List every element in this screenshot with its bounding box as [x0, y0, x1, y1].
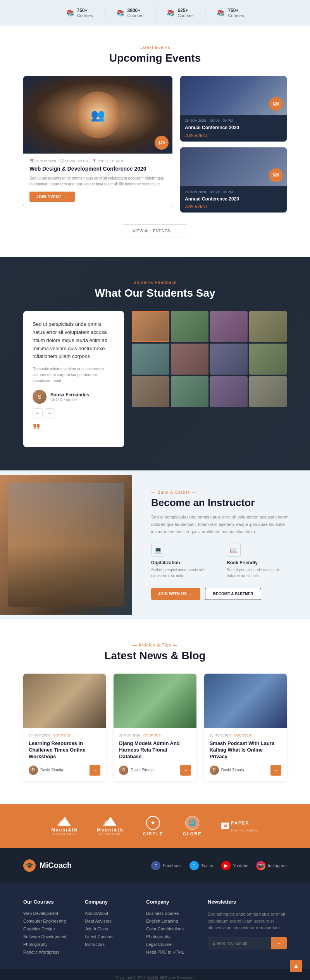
footer-business-link-5[interactable]: Legal Course: [146, 942, 192, 947]
quote-icon: ❞: [33, 422, 115, 438]
instructor-description: Sed ut perspiciatis unde omnis natus err…: [151, 513, 291, 535]
footer-course-link-3[interactable]: Graphics Design: [23, 926, 69, 931]
become-partner-button[interactable]: BECOME A PARTNER: [205, 588, 262, 600]
footer-business-link-2[interactable]: English Leraning: [146, 919, 192, 923]
footer-company-link-1[interactable]: About/About: [85, 911, 131, 916]
footer-social: f Facebook t Twitter ▶ Youtube 📷 Instagr…: [151, 861, 287, 870]
stat-num: 750+: [77, 8, 93, 13]
photo-cell-5: [132, 344, 169, 375]
view-all-events-button[interactable]: VIEW ALL EVENTS →: [123, 224, 187, 237]
footer-business-link-4[interactable]: Photography: [146, 934, 192, 939]
facebook-label: Facebook: [163, 863, 181, 868]
author-info: Sousa Fernandes CEO & Founder: [50, 392, 89, 402]
photo-cell-6: [171, 344, 208, 375]
testimonial-prev-button[interactable]: ←: [33, 408, 43, 418]
social-youtube[interactable]: ▶ Youtube: [221, 861, 248, 870]
footer-business-link-6[interactable]: Hotel PRO to HTML: [146, 950, 192, 954]
brand-mountain-2: MountAIN CLEAN ABLE: [97, 816, 124, 836]
blog-info-2: 25 NOV 2020 COURSES Djang Models Admin A…: [114, 728, 196, 781]
blog-arrow-2[interactable]: →: [180, 765, 191, 776]
newsletter-submit-button[interactable]: →: [271, 937, 287, 949]
blog-date-2: 25 NOV 2020: [119, 733, 140, 737]
side-event-info-1: 25 NOV 2020 08 AM - 09 PM Annual Confere…: [180, 115, 287, 142]
blog-category-3: COURSES: [234, 733, 251, 737]
stat-label-2: Courses: [127, 13, 143, 18]
stat-num-4: 750+: [228, 8, 244, 13]
footer-course-link-5[interactable]: Photography: [23, 942, 69, 947]
footer-course-link-1[interactable]: Web Development: [23, 911, 69, 916]
photo-cell-9: [132, 376, 169, 407]
side-event-title-2: Annual Conference 2020: [185, 196, 282, 202]
footer-courses-col: Our Courses Web Development Computer Eng…: [23, 899, 69, 958]
instructor-content: — Build A Career — Become an Instructor …: [132, 470, 310, 619]
social-instagram[interactable]: 📷 Instagram: [256, 861, 287, 870]
testimonials-inner: — Students Feedback — What Our Students …: [23, 280, 287, 447]
event-card-small-1: $20 25 NOV 2020 08 AM - 09 PM Annual Con…: [180, 76, 287, 142]
blog-author-avatar-1: D: [29, 766, 38, 775]
footer-course-link-4[interactable]: Software Development: [23, 934, 69, 939]
event-price-badge: $20: [155, 136, 169, 150]
feature-digitalization: 💻 Digitalization Sed ut perspici unde om…: [151, 543, 215, 579]
book-icon-3: 📚: [167, 9, 175, 17]
paper-brand-info: PAPER DIGITAL MEDIA: [231, 819, 259, 833]
brand-mountain-1: MountAIN CLEAN ABLE: [52, 816, 78, 836]
blog-card-1: 25 NOV 2020 COURSES Learning Resources I…: [23, 674, 106, 781]
book-icon-2: 📚: [117, 9, 124, 17]
events-section-label: — Latest Events —: [23, 45, 287, 50]
testimonials-label: — Students Feedback —: [23, 280, 287, 285]
blog-title-1: Learning Resources In Challenec Times On…: [29, 740, 100, 760]
event-meta: 📅 25 NOV 2020 🕗 08 AM - 09 PM 📍 PARIS, F…: [29, 159, 166, 163]
student-photo-grid: [132, 311, 287, 407]
footer-bottom: Copyright © 2024 教材网 All Rights Reserved…: [0, 969, 310, 980]
footer-course-link-2[interactable]: Computer Engineering: [23, 919, 69, 923]
footer-newsletter-col: Newsletters Sed adringidis unde omnis na…: [208, 899, 287, 958]
instructor-title: Become an Instructor: [151, 497, 291, 509]
blog-arrow-1[interactable]: →: [90, 765, 100, 776]
blog-footer-3: D David Simala →: [210, 765, 281, 776]
footer-business-link-3[interactable]: Color Combinations: [146, 926, 192, 931]
blog-author-avatar-3: D: [210, 766, 219, 775]
blog-author-1: D David Simala: [29, 766, 63, 775]
author-name: Sousa Fernandes: [50, 392, 89, 398]
blog-author-avatar-2: D: [119, 766, 128, 775]
testimonial-nav: ← →: [33, 408, 115, 418]
footer-business-link-1[interactable]: Business Studies: [146, 911, 192, 916]
side-join-link-2[interactable]: JOIN EVENT →: [185, 204, 282, 209]
footer-top: 🎓 MiCoach f Facebook t Twitter ▶ Youtube…: [0, 848, 310, 883]
footer-company-link-4[interactable]: Latest Courses: [85, 934, 131, 939]
footer-company-link-2[interactable]: Meet Advisors: [85, 919, 131, 923]
mountain-logo-1: MountAIN CLEAN ABLE: [52, 816, 78, 836]
footer-company-link-5[interactable]: Instructors: [85, 942, 131, 947]
stat-item: 📚 750+ Courses: [55, 5, 105, 21]
photo-cell-11: [210, 376, 248, 407]
footer-company-title: Company: [85, 899, 131, 905]
blog-arrow-3[interactable]: →: [270, 765, 281, 776]
events-section-title: Upcoming Events: [23, 52, 287, 64]
circle-logo: ✦: [146, 816, 160, 830]
footer-company-link-3[interactable]: Join A Class: [85, 926, 131, 931]
instagram-label: Instagram: [268, 863, 287, 868]
social-twitter[interactable]: t Twitter: [189, 861, 214, 870]
book-friendly-icon: 📖: [227, 543, 241, 557]
photo-cell-12: [249, 376, 287, 407]
footer-course-link-6[interactable]: Robotic Wordpress: [23, 950, 69, 954]
scroll-top-button[interactable]: ▲: [290, 960, 302, 972]
join-with-us-button[interactable]: JOIN WITH US →: [151, 588, 200, 600]
blog-section: — Articles & Tips — Latest News & Blog 2…: [0, 619, 310, 804]
photo-cell-2: [171, 311, 208, 342]
blog-card-2: 25 NOV 2020 COURSES Djang Models Admin A…: [114, 674, 196, 781]
testimonial-next-button[interactable]: →: [45, 408, 55, 418]
blog-author-2: D David Simala: [119, 766, 153, 775]
footer-logo: 🎓 MiCoach: [23, 859, 72, 872]
testimonial-small-text: Romantic minima veniam quis nostremest a…: [33, 366, 115, 384]
feature-book-friendly: 📖 Book Friendly Sed ut perspici unde omn…: [227, 543, 291, 579]
paper-brand-name: PAPER: [231, 821, 250, 825]
side-event-info-2: 25 NOV 2020 08 AM - 09 PM Annual Confere…: [180, 186, 287, 213]
join-event-button[interactable]: JOIN EVENT →: [29, 192, 75, 202]
newsletter-email-input[interactable]: [208, 937, 271, 949]
blog-author-3: D David Simala: [210, 766, 244, 775]
blog-section-title: Latest News & Blog: [23, 650, 287, 662]
side-join-link-1[interactable]: JOIN EVENT →: [185, 133, 282, 138]
side-event-date-1: 25 NOV 2020: [185, 119, 206, 123]
social-facebook[interactable]: f Facebook: [151, 861, 181, 870]
